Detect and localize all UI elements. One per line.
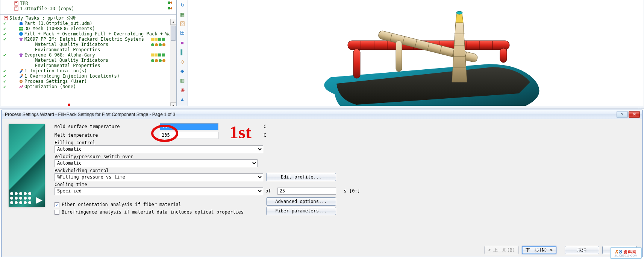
vtool-btn-1[interactable]: ▦ (178, 10, 186, 18)
close-button[interactable]: ✕ (629, 111, 640, 118)
vtool-btn-2[interactable]: 回 (178, 20, 186, 28)
svg-rect-42 (353, 49, 360, 78)
tree-label: TPR (19, 1, 28, 6)
vtool-btn-5[interactable]: ▌ (178, 48, 186, 56)
svg-rect-2 (15, 2, 18, 5)
splitter-bar[interactable]: ⋯ (0, 106, 644, 109)
vtool-btn-6[interactable]: ◇ (178, 57, 186, 66)
unit-c: C (264, 133, 270, 138)
melt-temp-row: Melt temperature C (55, 131, 637, 139)
cooling-time-value-input[interactable] (277, 188, 336, 195)
vtool-btn-4[interactable]: ■ (178, 38, 186, 47)
row-icons[interactable] (151, 37, 167, 43)
tree-label: Material Quality Indicators (34, 58, 108, 63)
dialog-titlebar[interactable]: Process Settings Wizard - Fill+Pack Sett… (2, 110, 642, 119)
vtool-btn-10[interactable]: ▲ (178, 95, 186, 103)
svg-rect-5 (15, 8, 17, 8)
process-settings-dialog: Process Settings Wizard - Fill+Pack Sett… (2, 110, 642, 257)
tree-row[interactable]: Material Quality Indicators (0, 42, 176, 47)
velocity-switch-select[interactable]: Automatic (55, 159, 258, 167)
vtool-btn-8[interactable]: ▥ (178, 76, 186, 84)
vtool-btn-3[interactable]: 田 (178, 29, 186, 37)
birefringence-checkbox[interactable] (55, 210, 59, 215)
svg-point-21 (162, 43, 165, 46)
scroll-thumb[interactable] (171, 26, 176, 41)
row-icons[interactable] (151, 53, 167, 59)
svg-rect-24 (158, 53, 161, 56)
tree-label: M2097 PP IM: Delphi Packard Electric Sys… (24, 37, 144, 42)
svg-rect-7 (5, 17, 7, 18)
tree-row[interactable]: ✔M2097 PP IM: Delphi Packard Electric Sy… (0, 37, 176, 42)
tree-icon (18, 53, 24, 57)
cooling-time-select[interactable]: Specified (55, 187, 263, 195)
tree-row[interactable]: ✔1 Overmolding Injection Location(s) (0, 73, 176, 79)
help-button[interactable]: ? (617, 111, 628, 118)
back-button[interactable]: < 上一步(B) (484, 246, 519, 254)
tree-icon (18, 32, 24, 36)
label-mold-surface-temp: Mold surface temperature (55, 124, 160, 129)
import-arrows-icon (167, 6, 174, 11)
scroll-up-icon[interactable]: ▲ (170, 19, 176, 25)
tree-row[interactable]: ✔Evoprene G 968: Alpha-Gary (0, 52, 176, 58)
cancel-button[interactable]: 取消 (565, 246, 599, 254)
tree-icon (18, 84, 24, 89)
tree-row[interactable]: Material Quality Indicators (0, 58, 176, 63)
watermark-url: ZL.XS1616.COM (615, 254, 638, 257)
label-fiber-orientation: Fiber orientation analysis if fiber mate… (62, 202, 181, 207)
tree-row[interactable]: ✔Optimization (None) (0, 84, 176, 89)
svg-point-26 (151, 59, 154, 62)
fiber-parameters-button[interactable]: Fiber parameters... (266, 207, 336, 215)
label-birefringence: Birefringence analysis if material data … (62, 209, 244, 215)
viewport-3d[interactable] (188, 0, 644, 109)
next-button[interactable]: 下一步(N) > (522, 246, 556, 254)
svg-point-10 (21, 69, 23, 70)
toolbar-icon: 田 (180, 30, 185, 37)
dialog-body: ▶ Mold surface temperature C Melt temper… (2, 119, 642, 243)
tree-lower-group: Study Tasks : pp+tpr 分析 ✔Part (1.Otmpfil… (0, 15, 176, 90)
tree-label: Fill + Pack + Overmolding Fill + Overmol… (23, 31, 176, 37)
tree-label: Part (1.Otmpfile_out.udm) (24, 21, 92, 26)
fiber-orientation-checkbox[interactable]: ✓ (55, 202, 59, 207)
filling-control-select[interactable]: Automatic (55, 145, 263, 153)
advanced-options-button[interactable]: Advanced options... (266, 197, 336, 206)
melt-temp-input[interactable] (160, 132, 218, 139)
study-header-row[interactable]: Study Tasks : pp+tpr 分析 (0, 15, 176, 21)
tree-row[interactable]: ✔Fill + Pack + Overmolding Fill + Overmo… (0, 31, 176, 37)
svg-point-18 (151, 43, 154, 46)
tree-row[interactable]: ✔1 Injection Location(s) (0, 68, 176, 73)
edit-profile-button[interactable]: Edit profile... (266, 173, 336, 181)
tree-row[interactable]: ✔3D Mesh (1008836 elements) (0, 26, 176, 31)
tree-row[interactable]: ✔Process Settings (User) (0, 79, 176, 84)
row-icons[interactable] (151, 58, 167, 64)
tree-scrollbar[interactable]: ▲ ▼ (170, 19, 176, 108)
tree-icon (18, 74, 24, 78)
svg-rect-14 (151, 38, 154, 41)
svg-rect-4 (15, 7, 18, 11)
tree-label: 1 Overmolding Injection Location(s) (24, 73, 120, 79)
tree-row[interactable]: 1.Otmpfile-3D (copy) (0, 6, 176, 11)
toolbar-icon: ◆ (180, 68, 184, 74)
svg-rect-15 (155, 38, 158, 41)
pack-holding-select[interactable]: %Filling pressure vs time (55, 173, 263, 181)
vtool-btn-9[interactable]: ◉ (178, 85, 186, 94)
tree-row[interactable]: ✔Part (1.Otmpfile_out.udm) (0, 21, 176, 26)
tree-row[interactable]: TPR (0, 1, 176, 6)
tree-icon (29, 63, 34, 68)
svg-rect-43 (500, 48, 507, 63)
toolbar-icon: ▥ (180, 78, 185, 83)
tree-icon (18, 21, 24, 26)
tree-icon (29, 47, 34, 52)
vtool-btn-0[interactable]: ↻ (178, 1, 186, 9)
tree-label: Process Settings (User) (24, 79, 87, 84)
vtool-btn-7[interactable]: ◆ (178, 67, 186, 75)
cooling-unit-text: s [0:] (344, 188, 360, 194)
label-velocity-switch: Velocity/pressure switch-over (55, 154, 637, 159)
tree-row[interactable]: Environmental Properties (0, 47, 176, 52)
row-icons[interactable] (151, 43, 167, 48)
tree-row[interactable]: Environmental Properties (0, 63, 176, 68)
check-icon: ✔ (3, 79, 8, 84)
mold-surface-temp-input[interactable] (160, 123, 218, 130)
study-tree-panel: TPR 1.Otmpfile-3D (copy) Study Tasks : p… (0, 0, 177, 109)
check-icon: ✔ (3, 21, 8, 26)
toolbar-icon: ▲ (180, 96, 185, 102)
